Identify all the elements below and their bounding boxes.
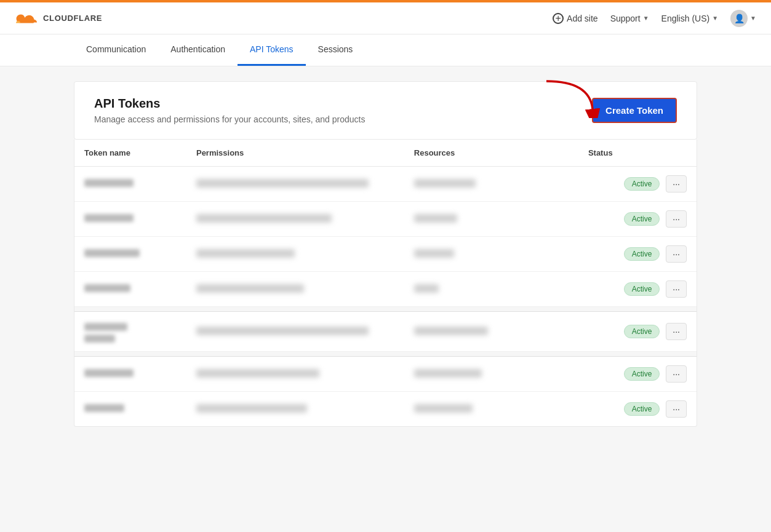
table-header-row: Token name Permissions Resources Status [74,140,697,167]
status-cell: Active ··· [578,392,697,427]
row-action-menu-button[interactable]: ··· [666,365,687,383]
table-row: Active ··· [74,392,697,427]
resources-cell [404,202,578,237]
permissions-cell [186,202,404,237]
resources-cell [404,357,578,392]
row-action-menu-button[interactable]: ··· [666,400,687,418]
row-action-menu-button[interactable]: ··· [666,210,687,228]
token-name-cell [74,272,186,307]
create-token-button[interactable]: Create Token [592,98,677,123]
permissions-blurred [196,179,369,188]
permissions-cell [186,272,404,307]
token-name-blurred [84,369,134,377]
main-content: API Tokens Manage access and permissions… [0,66,771,442]
permissions-blurred [196,284,304,293]
token-name-blurred [84,284,130,292]
resources-cell [404,272,578,307]
token-name-blurred [84,179,134,187]
token-name-cell [74,202,186,237]
resources-blurred [414,179,476,188]
permissions-blurred [196,327,369,335]
col-header-status: Status [578,140,697,167]
language-dropdown-icon: ▼ [712,15,718,22]
resources-blurred [414,214,457,223]
logo-text: CLOUDFLARE [43,14,102,23]
permissions-cell [186,312,404,352]
user-avatar-icon: 👤 [730,10,748,27]
status-cell: Active ··· [578,167,697,202]
api-tokens-header-card: API Tokens Manage access and permissions… [74,81,697,140]
row-action-menu-button[interactable]: ··· [666,280,687,298]
page-title: API Tokens [94,97,365,111]
subnav-item-authentication[interactable]: Authentication [158,34,238,66]
support-label: Support [610,14,641,23]
col-header-resources: Resources [404,140,578,167]
token-name-cell [74,392,186,427]
resources-blurred [414,327,488,335]
permissions-cell [186,237,404,272]
topbar: CLOUDFLARE + Add site Support ▼ English … [0,0,771,34]
language-button[interactable]: English (US) ▼ [661,14,719,23]
status-badge: Active [624,247,660,261]
status-cell: Active ··· [578,202,697,237]
row-action-menu-button[interactable]: ··· [666,245,687,263]
support-button[interactable]: Support ▼ [610,14,649,23]
col-header-permissions: Permissions [186,140,404,167]
user-menu-button[interactable]: 👤 ▼ [730,10,756,27]
subnav-item-sessions[interactable]: Sessions [306,34,366,66]
permissions-cell [186,167,404,202]
red-arrow-annotation [540,75,602,118]
permissions-blurred [196,404,307,413]
tokens-table-container: Token name Permissions Resources Status [74,140,697,427]
token-name-blurred [84,249,140,257]
resources-cell [404,392,578,427]
table-row: Active ··· [74,237,697,272]
status-cell: Active ··· [578,357,697,392]
resources-blurred [414,369,482,378]
add-site-button[interactable]: + Add site [553,13,598,24]
table-separator [74,352,697,357]
token-name-cell [74,357,186,392]
table-separator [74,307,697,312]
token-name-blurred [84,214,134,222]
resources-cell [404,167,578,202]
subnav-item-communication[interactable]: Communication [74,34,158,66]
add-site-label: Add site [567,14,598,23]
resources-cell [404,237,578,272]
permissions-cell [186,357,404,392]
page-description: Manage access and permissions for your a… [94,114,365,124]
cloudflare-logo-icon [15,10,39,26]
resources-cell [404,312,578,352]
table-row: Active ··· [74,312,697,352]
permissions-blurred [196,214,332,223]
token-name-blurred [84,323,127,331]
permissions-blurred [196,369,319,378]
row-action-menu-button[interactable]: ··· [666,175,687,193]
status-badge: Active [624,282,660,296]
status-badge: Active [624,367,660,381]
status-badge: Active [624,212,660,226]
status-cell: Active ··· [578,237,697,272]
header-card-text: API Tokens Manage access and permissions… [94,97,365,124]
permissions-cell [186,392,404,427]
permissions-blurred [196,249,295,258]
table-row: Active ··· [74,357,697,392]
resources-blurred [414,249,454,258]
status-badge: Active [624,177,660,191]
status-cell: Active ··· [578,272,697,307]
support-dropdown-icon: ▼ [643,15,649,22]
logo: CLOUDFLARE [15,10,102,26]
table-row: Active ··· [74,202,697,237]
tokens-table: Token name Permissions Resources Status [74,140,697,426]
subnav: Communication Authentication API Tokens … [0,34,771,66]
token-name-blurred [84,404,124,412]
subnav-item-api-tokens[interactable]: API Tokens [238,34,306,66]
resources-blurred [414,404,473,413]
token-name-cell [74,312,186,352]
row-action-menu-button[interactable]: ··· [666,323,687,340]
table-row: Active ··· [74,167,697,202]
table-row: Active ··· [74,272,697,307]
token-name-cell [74,167,186,202]
status-badge: Active [624,402,660,416]
language-label: English (US) [661,14,710,23]
